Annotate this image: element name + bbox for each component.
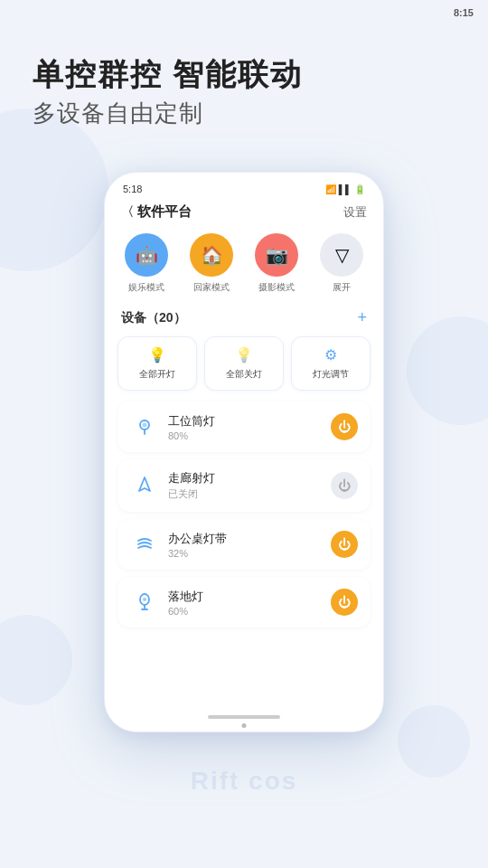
svg-point-7 (143, 598, 146, 601)
device-icon-1 (130, 412, 159, 441)
device-power-1[interactable]: ⏻ (331, 413, 358, 440)
mode-label-photo: 摄影模式 (258, 281, 295, 294)
phone-page-title: 软件平台 (137, 203, 192, 221)
device-item-3[interactable]: 办公桌灯带 32% ⏻ (117, 519, 371, 570)
mode-icon-photo: 📷 (255, 233, 298, 277)
bg-decor-circle-4 (398, 705, 470, 778)
mode-label-expand: 展开 (333, 281, 351, 294)
device-icon-3 (130, 530, 159, 559)
phone-mockup: 5:18 📶 ▌▌ 🔋 〈 软件平台 设置 🤖 娱乐模式 🏠 回家模式 📷 摄影… (104, 172, 384, 732)
watermark: Rift cos (191, 767, 298, 796)
chevron-left-icon: 〈 (121, 204, 134, 221)
mode-item-home[interactable]: 🏠 回家模式 (190, 233, 233, 294)
device-list: 工位筒灯 80% ⏻ 走廊射灯 已关闭 ⏻ (105, 401, 383, 627)
hero-title: 单控群控 智能联动 (33, 54, 303, 94)
device-info-2: 走廊射灯 已关闭 (168, 470, 322, 501)
bg-decor-circle-1 (0, 108, 108, 271)
modes-row: 🤖 娱乐模式 🏠 回家模式 📷 摄影模式 ▽ 展开 (105, 230, 383, 305)
home-indicator (208, 715, 280, 719)
svg-point-2 (143, 423, 147, 428)
quick-btn-adjust[interactable]: ⚙ 灯光调节 (291, 336, 371, 391)
status-bar: 8:15 (439, 0, 488, 25)
wifi-icon: 📶 (325, 184, 336, 194)
device-info-4: 落地灯 60% (168, 589, 322, 617)
hero-subtitle: 多设备自由定制 (33, 98, 303, 129)
page-dot (242, 723, 247, 728)
device-power-2[interactable]: ⏻ (331, 472, 358, 499)
mode-icon-entertainment: 🤖 (125, 233, 168, 277)
device-name-3: 办公桌灯带 (168, 531, 322, 547)
phone-status-icons: 📶 ▌▌ 🔋 (325, 184, 365, 194)
all-off-label: 全部关灯 (226, 368, 262, 381)
mode-item-entertainment[interactable]: 🤖 娱乐模式 (125, 233, 168, 294)
device-info-3: 办公桌灯带 32% (168, 531, 322, 559)
phone-settings-button[interactable]: 设置 (343, 204, 367, 221)
phone-status-bar: 5:18 📶 ▌▌ 🔋 (105, 173, 383, 198)
device-power-4[interactable]: ⏻ (331, 589, 358, 616)
device-icon-2 (130, 471, 159, 500)
adjust-icon: ⚙ (324, 346, 337, 363)
all-off-icon: 💡 (235, 346, 253, 363)
mode-label-entertainment: 娱乐模式 (128, 281, 164, 294)
device-icon-4 (130, 588, 159, 617)
hero-section: 单控群控 智能联动 多设备自由定制 (33, 54, 303, 129)
device-info-1: 工位筒灯 80% (168, 413, 322, 441)
device-name-2: 走廊射灯 (168, 470, 322, 486)
all-on-label: 全部开灯 (139, 368, 175, 381)
signal-icon: ▌▌ (339, 184, 352, 194)
phone-time: 5:18 (123, 184, 142, 194)
bg-decor-circle-2 (407, 316, 488, 425)
status-time: 8:15 (454, 7, 474, 18)
quick-btn-all-off[interactable]: 💡 全部关灯 (204, 336, 284, 391)
devices-header: 设备（20） + (105, 305, 383, 336)
phone-back-button[interactable]: 〈 软件平台 (121, 203, 192, 221)
svg-marker-3 (139, 477, 150, 491)
quick-btn-all-on[interactable]: 💡 全部开灯 (117, 336, 197, 391)
devices-title: 设备（20） (121, 310, 186, 326)
quick-actions: 💡 全部开灯 💡 全部关灯 ⚙ 灯光调节 (105, 336, 383, 401)
device-item-2[interactable]: 走廊射灯 已关闭 ⏻ (117, 459, 371, 512)
battery-icon: 🔋 (354, 184, 365, 194)
mode-icon-expand: ▽ (320, 233, 363, 277)
bg-decor-circle-3 (0, 615, 72, 705)
device-status-4: 60% (168, 606, 322, 617)
device-status-1: 80% (168, 430, 322, 441)
phone-header: 〈 软件平台 设置 (105, 198, 383, 230)
adjust-label: 灯光调节 (313, 368, 349, 381)
device-item-1[interactable]: 工位筒灯 80% ⏻ (117, 401, 371, 452)
all-on-icon: 💡 (148, 346, 166, 363)
devices-add-button[interactable]: + (357, 308, 367, 327)
device-status-3: 32% (168, 548, 322, 559)
mode-item-photo[interactable]: 📷 摄影模式 (255, 233, 298, 294)
device-power-3[interactable]: ⏻ (331, 531, 358, 558)
mode-icon-home: 🏠 (190, 233, 233, 277)
mode-label-home: 回家模式 (193, 281, 230, 294)
device-item-4[interactable]: 落地灯 60% ⏻ (117, 577, 371, 627)
device-name-1: 工位筒灯 (168, 413, 322, 429)
device-name-4: 落地灯 (168, 589, 322, 605)
device-status-2: 已关闭 (168, 487, 322, 501)
mode-item-expand[interactable]: ▽ 展开 (320, 233, 363, 294)
